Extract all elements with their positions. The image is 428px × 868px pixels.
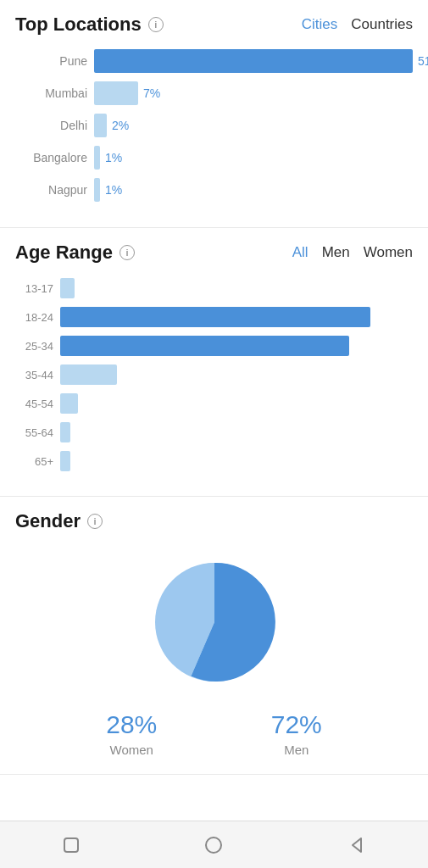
tab-men[interactable]: Men — [322, 244, 350, 261]
tab-women[interactable]: Women — [364, 244, 413, 261]
location-bar-row: Bangalore 1% — [15, 146, 413, 170]
location-value: 51% — [418, 54, 428, 68]
age-bar-row: 25-34 — [15, 335, 413, 357]
location-bar-container: 1% — [94, 178, 413, 202]
location-label: Nagpur — [15, 183, 87, 197]
age-range-section: Age Range i All Men Women 13-17 18-24 25… — [0, 228, 428, 497]
age-bar-container — [60, 278, 413, 298]
location-bar — [94, 178, 100, 202]
age-bar-container — [60, 422, 413, 442]
location-value: 1% — [105, 151, 122, 164]
navigation-bar — [0, 821, 428, 868]
age-label: 45-54 — [15, 398, 53, 410]
age-title-group: Age Range i — [15, 242, 135, 264]
nav-square-button[interactable] — [59, 833, 83, 857]
age-range-title: Age Range — [15, 242, 113, 264]
gender-stats: 28% Women 72% Men — [15, 710, 413, 757]
location-bar-container: 7% — [94, 81, 413, 105]
location-value: 2% — [112, 119, 129, 132]
location-bar — [94, 81, 138, 105]
location-bar-container: 51% — [94, 49, 428, 73]
top-locations-info-icon[interactable]: i — [148, 17, 164, 32]
age-label: 13-17 — [15, 282, 53, 295]
location-bar — [94, 49, 413, 73]
nav-back-button[interactable] — [345, 833, 369, 857]
men-label: Men — [284, 743, 308, 757]
age-bar-row: 13-17 — [15, 277, 413, 299]
top-locations-title: Top Locations — [15, 14, 142, 36]
age-bar-container — [60, 364, 413, 385]
age-bar — [60, 336, 349, 356]
age-label: 55-64 — [15, 426, 53, 439]
gender-section: Gender i 28% Wome — [0, 497, 428, 775]
location-value: 7% — [143, 86, 160, 100]
age-bar — [60, 364, 117, 385]
age-bar-chart: 13-17 18-24 25-34 35-44 45-54 — [15, 277, 413, 472]
gender-header: Gender i — [15, 510, 413, 532]
gender-title: Gender — [15, 510, 81, 532]
nav-circle-button[interactable] — [202, 833, 225, 857]
age-bar-row: 45-54 — [15, 392, 413, 415]
age-range-header: Age Range i All Men Women — [15, 242, 413, 264]
age-bar — [60, 278, 75, 298]
age-label: 35-44 — [15, 369, 53, 381]
location-label: Delhi — [15, 119, 87, 132]
location-bar-row: Pune 51% — [15, 49, 413, 73]
top-locations-section: Top Locations i Cities Countries Pune 51… — [0, 0, 428, 228]
tab-countries[interactable]: Countries — [351, 16, 413, 33]
gender-title-group: Gender i — [15, 510, 103, 532]
age-bar-container — [60, 336, 413, 356]
women-stat: 28% Women — [106, 710, 157, 757]
location-bar-container: 1% — [94, 146, 413, 170]
location-bar-container: 2% — [94, 114, 413, 137]
locations-bar-chart: Pune 51% Mumbai 7% Delhi 2% Bangalore 1% — [15, 49, 413, 202]
locations-tab-group: Cities Countries — [302, 16, 413, 33]
location-bar-row: Mumbai 7% — [15, 81, 413, 105]
age-bar-row: 18-24 — [15, 306, 413, 328]
age-tab-group: All Men Women — [292, 244, 413, 261]
location-bar-row: Nagpur 1% — [15, 178, 413, 202]
location-bar-row: Delhi 2% — [15, 114, 413, 137]
age-bar — [60, 307, 370, 327]
men-stat: 72% Men — [271, 710, 322, 757]
age-bar-row: 65+ — [15, 450, 413, 472]
women-percent: 28% — [106, 710, 157, 739]
gender-info-icon[interactable]: i — [87, 514, 103, 529]
title-group: Top Locations i — [15, 14, 164, 36]
age-label: 18-24 — [15, 311, 53, 324]
age-bar-container — [60, 393, 413, 414]
age-label: 65+ — [15, 455, 53, 468]
location-bar — [94, 114, 107, 137]
location-label: Mumbai — [15, 86, 87, 100]
svg-marker-3 — [353, 838, 361, 852]
age-range-info-icon[interactable]: i — [120, 245, 135, 260]
age-bar-row: 35-44 — [15, 364, 413, 386]
age-bar-container — [60, 451, 413, 471]
tab-cities[interactable]: Cities — [302, 16, 338, 33]
top-locations-header: Top Locations i Cities Countries — [15, 14, 413, 36]
location-value: 1% — [105, 183, 122, 197]
location-bar — [94, 146, 100, 170]
age-label: 25-34 — [15, 340, 53, 353]
gender-pie-chart — [147, 554, 282, 690]
age-bar-row: 55-64 — [15, 421, 413, 443]
location-label: Bangalore — [15, 151, 87, 164]
gender-content: 28% Women 72% Men — [15, 546, 413, 757]
women-label: Women — [110, 743, 153, 757]
svg-rect-1 — [64, 838, 78, 852]
age-bar — [60, 422, 70, 442]
svg-point-2 — [206, 837, 221, 853]
age-bar — [60, 451, 70, 471]
location-label: Pune — [15, 54, 87, 68]
age-bar-container — [60, 307, 413, 327]
men-percent: 72% — [271, 710, 322, 739]
tab-all[interactable]: All — [292, 244, 308, 261]
age-bar — [60, 393, 78, 414]
